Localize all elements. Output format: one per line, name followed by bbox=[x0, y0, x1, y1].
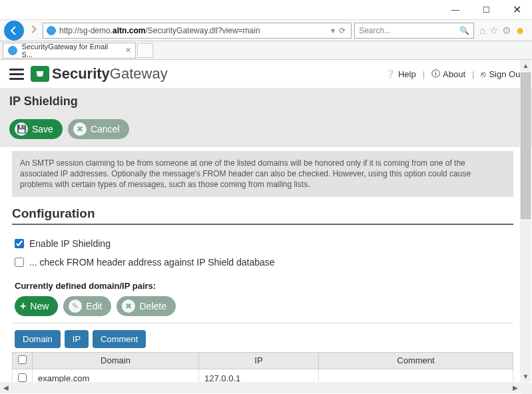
browser-search-box[interactable]: Search... 🔍 bbox=[354, 23, 474, 39]
tab-favicon bbox=[7, 45, 18, 56]
scroll-up-icon[interactable]: ▲ bbox=[520, 60, 531, 71]
comment-header[interactable]: Comment bbox=[319, 352, 513, 369]
cancel-button[interactable]: ✖ Cancel bbox=[68, 119, 129, 139]
app-header: SecurityGateway ❔Help | ⓘAbout | ⎋Sign O… bbox=[0, 60, 532, 88]
save-icon: 💾 bbox=[15, 122, 28, 136]
vertical-scrollbar[interactable]: ▲ ▼ bbox=[520, 60, 531, 382]
help-icon: ❔ bbox=[385, 69, 396, 79]
horizontal-scrollbar[interactable]: ◀ ▶ bbox=[0, 382, 521, 393]
page-scroll-area: An SMTP session claiming to be from some… bbox=[0, 147, 532, 384]
nav-forward-button[interactable] bbox=[27, 25, 40, 36]
ip-header[interactable]: IP bbox=[199, 352, 319, 369]
enable-ip-shielding-row[interactable]: Enable IP Shielding bbox=[12, 234, 513, 253]
enable-ip-shielding-checkbox[interactable] bbox=[15, 239, 24, 248]
signout-icon: ⎋ bbox=[481, 69, 486, 79]
col-comment-button[interactable]: Comment bbox=[93, 330, 146, 348]
check-from-header-row[interactable]: ... check FROM header address against IP… bbox=[12, 253, 513, 272]
help-link[interactable]: ❔Help bbox=[385, 69, 416, 79]
divider bbox=[12, 323, 513, 323]
info-icon: ⓘ bbox=[431, 68, 440, 80]
url-path: /SecurityGateway.dll?view=main bbox=[145, 26, 260, 35]
url-host: altn.com bbox=[113, 26, 145, 35]
crud-buttons: + New ✎ Edit ✖ Delete bbox=[15, 296, 513, 316]
shield-logo-icon bbox=[31, 66, 49, 82]
arrow-left-icon bbox=[9, 25, 19, 36]
browser-tab-active[interactable]: SecurityGateway for Email S... ✕ bbox=[3, 43, 136, 59]
window-close-button[interactable]: ✕ bbox=[501, 0, 532, 20]
scroll-down-icon[interactable]: ▼ bbox=[520, 371, 531, 382]
feedback-icon[interactable]: ☻ bbox=[515, 25, 525, 36]
page-title: IP Shielding bbox=[9, 95, 523, 108]
pencil-icon: ✎ bbox=[69, 299, 82, 313]
column-buttons: Domain IP Comment bbox=[15, 330, 513, 348]
new-button[interactable]: + New bbox=[15, 296, 58, 316]
col-ip-button[interactable]: IP bbox=[65, 330, 89, 348]
check-from-header-label: ... check FROM header address against IP… bbox=[29, 257, 275, 268]
address-bar[interactable]: http://sg-demo.altn.com/SecurityGateway.… bbox=[43, 23, 352, 39]
select-all-header[interactable] bbox=[13, 352, 33, 369]
nav-back-button[interactable] bbox=[4, 21, 24, 41]
resize-handle[interactable] bbox=[521, 383, 532, 394]
close-tab-icon[interactable]: ✕ bbox=[125, 46, 131, 55]
scroll-left-icon[interactable]: ◀ bbox=[0, 382, 11, 393]
plus-icon: + bbox=[20, 300, 26, 312]
window-minimize-button[interactable]: — bbox=[440, 0, 471, 20]
favorites-icon[interactable]: ☆ bbox=[489, 25, 498, 37]
new-tab-button[interactable] bbox=[137, 43, 153, 58]
scroll-thumb[interactable] bbox=[521, 73, 531, 219]
page-title-bar: IP Shielding bbox=[0, 88, 532, 115]
tools-icon[interactable]: ⚙ bbox=[502, 25, 511, 37]
tab-title: SecurityGateway for Email S... bbox=[22, 43, 119, 59]
app-logo[interactable]: SecurityGateway bbox=[31, 65, 168, 83]
check-from-header-checkbox[interactable] bbox=[15, 258, 24, 267]
arrow-right-icon bbox=[29, 25, 38, 34]
col-domain-button[interactable]: Domain bbox=[15, 330, 61, 348]
url-prefix: http://sg-demo. bbox=[59, 26, 113, 35]
delete-button[interactable]: ✖ Delete bbox=[117, 296, 175, 316]
ie-page-icon bbox=[46, 25, 57, 36]
save-button[interactable]: 💾 Save bbox=[9, 119, 63, 139]
browser-tab-strip: SecurityGateway for Email S... ✕ bbox=[0, 41, 532, 60]
refresh-icon[interactable]: ⟳ bbox=[339, 26, 346, 35]
dropdown-icon[interactable]: ▾ bbox=[331, 26, 335, 35]
window-titlebar: — ☐ ✕ bbox=[0, 0, 532, 20]
delete-icon: ✖ bbox=[122, 299, 135, 313]
enable-ip-shielding-label: Enable IP Shielding bbox=[29, 238, 111, 249]
search-icon: 🔍 bbox=[459, 26, 469, 35]
page-viewport: SecurityGateway ❔Help | ⓘAbout | ⎋Sign O… bbox=[0, 60, 532, 394]
window-maximize-button[interactable]: ☐ bbox=[471, 0, 501, 20]
page-action-bar: 💾 Save ✖ Cancel bbox=[0, 115, 532, 147]
domain-header[interactable]: Domain bbox=[33, 352, 199, 369]
edit-button[interactable]: ✎ Edit bbox=[63, 296, 111, 316]
brand-strong: Security bbox=[52, 65, 110, 82]
row-checkbox[interactable] bbox=[18, 373, 27, 382]
table-header-row: Domain IP Comment bbox=[13, 352, 513, 369]
about-link[interactable]: ⓘAbout bbox=[431, 68, 465, 80]
signout-link[interactable]: ⎋Sign Out bbox=[481, 69, 523, 79]
brand-rest: Gateway bbox=[110, 65, 168, 82]
pairs-heading: Currently defined domain/IP pairs: bbox=[15, 281, 513, 291]
pairs-table: Domain IP Comment example.com127.0.0.1 bbox=[12, 352, 513, 384]
scroll-right-icon[interactable]: ▶ bbox=[509, 382, 521, 393]
menu-toggle-button[interactable] bbox=[9, 69, 24, 80]
cancel-icon: ✖ bbox=[73, 122, 87, 136]
browser-toolbar: http://sg-demo.altn.com/SecurityGateway.… bbox=[0, 20, 532, 41]
config-heading: Configuration bbox=[12, 206, 513, 225]
search-placeholder: Search... bbox=[359, 26, 391, 35]
select-all-checkbox[interactable] bbox=[18, 355, 27, 364]
info-box: An SMTP session claiming to be from some… bbox=[12, 151, 513, 197]
home-icon[interactable]: ⌂ bbox=[479, 25, 485, 36]
